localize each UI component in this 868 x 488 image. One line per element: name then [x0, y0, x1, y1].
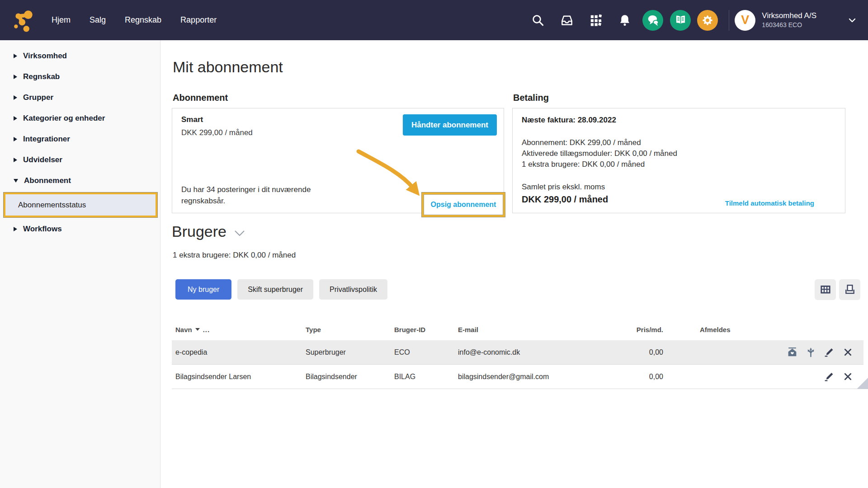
search-icon[interactable]: [531, 14, 545, 27]
column-header-price: Pris/md.: [631, 326, 676, 333]
e-conomic-logo[interactable]: [12, 9, 35, 32]
sidebar: Virksomhed Regnskab Grupper Kategorier o…: [0, 40, 160, 488]
print-button[interactable]: [839, 279, 860, 300]
row-actions: [753, 371, 863, 382]
sidebar-item-label: Kategorier og enheder: [23, 114, 105, 123]
sidebar-item-label: Workflows: [23, 225, 62, 234]
manage-subscription-button[interactable]: Håndter abonnement: [403, 114, 497, 136]
postings-line1: Du har 34 posteringer i dit nuværende: [181, 185, 311, 194]
delete-x-icon[interactable]: [842, 347, 854, 358]
collapsed-triangle-icon: [14, 158, 17, 162]
row-actions: [753, 347, 863, 358]
chat-bubbles-icon: [647, 14, 659, 26]
company-avatar[interactable]: V: [735, 10, 755, 31]
nav-regnskab[interactable]: Regnskab: [125, 15, 161, 25]
chat-button[interactable]: [642, 10, 663, 31]
sidebar-item-abonnement[interactable]: Abonnement: [0, 170, 160, 191]
table-row[interactable]: e-copedia Superbruger ECO info@e-conomic…: [172, 340, 863, 365]
sidebar-item-label: Regnskab: [23, 72, 60, 81]
topbar-divider: [729, 10, 729, 31]
edit-pencil-icon[interactable]: [824, 371, 835, 382]
table-resize-corner[interactable]: [857, 378, 868, 389]
sidebar-item-label: Udvidelser: [23, 155, 62, 164]
inbox-icon[interactable]: [560, 14, 574, 27]
collapsed-triangle-icon: [14, 54, 17, 58]
payment-breakdown: Abonnement: DKK 299,00 / måned Aktivered…: [522, 137, 677, 170]
settings-button[interactable]: [697, 10, 718, 31]
user-name: e-copedia: [172, 348, 302, 357]
branch-access-icon[interactable]: [805, 347, 816, 358]
company-switcher[interactable]: Virksomhed A/S 1603463 ECO: [762, 11, 816, 29]
column-header-user-id: Bruger-ID: [391, 326, 454, 333]
sidebar-subitem-label: Abonnementsstatus: [18, 201, 86, 210]
nav-hjem[interactable]: Hjem: [52, 15, 71, 25]
sidebar-item-label: Virksomhed: [23, 52, 67, 61]
company-id: 1603463 ECO: [762, 21, 816, 29]
payment-line-extra-users: 1 ekstra brugere: DKK 0,00 / måned: [522, 159, 677, 170]
table-row[interactable]: Bilagsindsender Larsen Bilagsindsender B…: [172, 365, 863, 389]
sidebar-item-udvidelser[interactable]: Udvidelser: [0, 150, 160, 170]
collapse-chevron-icon[interactable]: [234, 230, 245, 237]
users-table: Navn ... Type Bruger-ID E-mail Pris/md. …: [172, 319, 863, 389]
user-name: Bilagsindsender Larsen: [172, 373, 302, 381]
new-user-button[interactable]: Ny bruger: [175, 279, 231, 300]
plan-price: DKK 299,00 / måned: [181, 128, 253, 137]
subscription-section-title: Abonnement: [173, 93, 228, 103]
table-header-row: Navn ... Type Bruger-ID E-mail Pris/md. …: [172, 319, 863, 340]
payment-card: Næste faktura: 28.09.2022 Abonnement: DK…: [512, 108, 845, 213]
payment-line-modules: Aktiverede tillægsmoduler: DKK 0,00 / må…: [522, 148, 677, 159]
cancel-subscription-link[interactable]: Opsig abonnement: [431, 201, 496, 209]
annotation-highlight-box-sidebar: Abonnementsstatus: [4, 192, 157, 217]
postings-note: Du har 34 posteringer i dit nuværende re…: [181, 184, 311, 206]
sidebar-item-virksomhed[interactable]: Virksomhed: [0, 46, 160, 66]
help-book-button[interactable]: [670, 10, 691, 31]
sidebar-item-workflows[interactable]: Workflows: [0, 219, 160, 239]
notifications-bell-icon[interactable]: [618, 14, 632, 27]
privacy-policy-button[interactable]: Privatlivspolitik: [319, 279, 387, 300]
chevron-down-icon[interactable]: [848, 17, 856, 23]
grid-view-button[interactable]: [815, 279, 836, 300]
user-price: 0,00: [631, 373, 676, 381]
collapsed-triangle-icon: [14, 75, 17, 79]
sort-descending-icon: [195, 328, 200, 331]
delete-x-icon[interactable]: [842, 371, 854, 382]
main-content: Mit abonnement Abonnement Betaling Smart…: [160, 40, 868, 488]
company-name: Virksomhed A/S: [762, 11, 816, 21]
plan-name: Smart: [181, 115, 203, 124]
user-email: bilagsindsender@gmail.com: [454, 373, 631, 381]
annotation-highlight-box-cancel: Opsig abonnement: [422, 192, 505, 217]
expanded-triangle-icon: [14, 179, 18, 183]
column-header-unsubscribe: Afmeldes: [676, 326, 753, 333]
sidebar-item-integrationer[interactable]: Integrationer: [0, 129, 160, 150]
user-price: 0,00: [631, 348, 676, 357]
payment-line-subscription: Abonnement: DKK 299,00 / måned: [522, 137, 677, 148]
change-superuser-button[interactable]: Skift superbruger: [237, 279, 313, 300]
open-book-icon: [675, 14, 687, 26]
extra-users-line: 1 ekstra brugere: DKK 0,00 / måned: [173, 251, 296, 260]
sidebar-item-regnskab[interactable]: Regnskab: [0, 66, 160, 87]
column-header-name[interactable]: Navn ...: [172, 326, 302, 333]
total-value: DKK 299,00 / måned: [522, 194, 608, 205]
sidebar-item-label: Abonnement: [24, 176, 71, 185]
apps-grid-icon[interactable]: [589, 14, 603, 27]
edit-pencil-icon[interactable]: [824, 347, 835, 358]
autopay-link[interactable]: Tilmeld automatisk betaling: [725, 199, 814, 207]
collapsed-triangle-icon: [14, 137, 17, 141]
home-icon[interactable]: [787, 347, 798, 358]
nav-salg[interactable]: Salg: [90, 15, 106, 25]
sidebar-item-grupper[interactable]: Grupper: [0, 87, 160, 108]
sidebar-item-label: Integrationer: [23, 135, 70, 144]
topbar: Hjem Salg Regnskab Rapporter: [0, 0, 868, 40]
gear-icon: [701, 14, 714, 27]
next-invoice: Næste faktura: 28.09.2022: [522, 116, 616, 125]
annotation-arrow: [160, 40, 868, 488]
sidebar-item-kategorier-og-enheder[interactable]: Kategorier og enheder: [0, 108, 160, 129]
users-title-text: Brugere: [172, 223, 226, 240]
sidebar-item-abonnementsstatus[interactable]: Abonnementsstatus: [5, 194, 156, 216]
nav-rapporter[interactable]: Rapporter: [180, 15, 217, 25]
collapsed-triangle-icon: [14, 95, 17, 100]
sidebar-item-label: Grupper: [23, 93, 53, 102]
column-options-ellipsis[interactable]: ...: [203, 326, 210, 333]
user-id: BILAG: [391, 373, 454, 381]
collapsed-triangle-icon: [14, 116, 17, 121]
